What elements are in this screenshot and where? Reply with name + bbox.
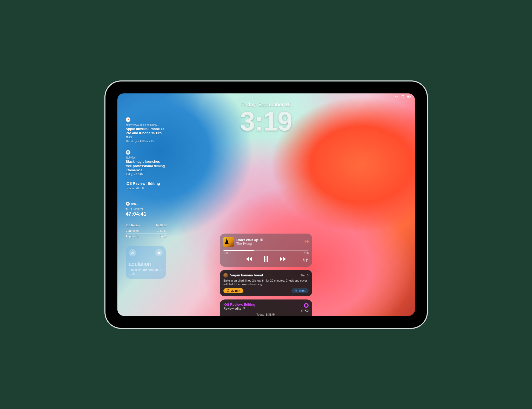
song-title: Don't Wait Up: [236, 238, 258, 242]
datetime: Friday, September 15 3:19: [240, 102, 292, 135]
news1-url: https://www.apple.com/new...: [126, 124, 167, 126]
left-widget-column: https://www.apple.com/new... Apple unvei…: [126, 117, 167, 279]
explicit-badge: E: [260, 238, 263, 241]
recipe-timer-button[interactable]: 20 min: [223, 288, 243, 293]
svg-rect-8: [306, 241, 307, 242]
news1-source: The Verge - All Posts, Dr...: [126, 140, 167, 143]
timery-elapsed: 0:52: [301, 309, 309, 313]
news2-title: Blackmagic launches free professional fi…: [126, 160, 167, 172]
flame-icon: [126, 117, 130, 122]
timery-sub: Review edits: [223, 307, 241, 310]
timery-widget[interactable]: iOS Review: Editing Review edits 0:52 To…: [220, 299, 312, 316]
task-sub: Review edits: [126, 187, 141, 190]
rewind-button[interactable]: [246, 256, 253, 263]
headphones-icon: [401, 95, 405, 99]
lock-time: 3:19: [240, 108, 292, 135]
recipe-step: Step 3: [300, 274, 309, 277]
table-row: Connected1:31:57: [126, 228, 167, 234]
shuffle-icon[interactable]: [129, 249, 136, 256]
svg-rect-2: [410, 96, 411, 97]
table-row: AppStories54:11: [126, 234, 167, 239]
timer-current: 0:53: [131, 202, 138, 206]
news2-source: 9to5Mac: [126, 156, 167, 159]
timery-title: iOS Review: Editing: [223, 303, 309, 306]
clock-icon: [126, 150, 130, 155]
row-time: 44:18:17: [156, 224, 167, 227]
airpods-icon[interactable]: [302, 258, 308, 263]
svg-rect-1: [407, 96, 409, 97]
news1-title: Apple unveils iPhone 15 Pro and iPhone 1…: [126, 127, 167, 140]
word-definition: excessive admiration or praise: [129, 268, 163, 276]
timery-ring-icon[interactable]: [304, 303, 309, 308]
status-bar: [395, 95, 411, 99]
progress-fill: [223, 250, 254, 251]
news-widget-2[interactable]: 9to5Mac Blackmagic launches free profess…: [126, 150, 167, 176]
tag-icon: [243, 306, 246, 310]
recipe-next-label: Next: [299, 289, 305, 292]
audio-visualizer-icon: [304, 240, 309, 244]
word-of-day-widget[interactable]: adulation excessive admiration or praise: [126, 246, 166, 279]
row-name: AppStories: [126, 235, 140, 238]
timery-footer-prefix: Today: [256, 313, 264, 316]
timer-total: 47:04:41: [126, 211, 167, 217]
svg-rect-5: [127, 203, 128, 204]
timer-label: THIS MONTH: [126, 208, 167, 211]
album-art[interactable]: [223, 237, 234, 247]
svg-rect-12: [267, 256, 268, 262]
svg-rect-11: [264, 256, 265, 262]
recipe-next-button[interactable]: Next: [291, 288, 309, 293]
table-row: iOS Review44:18:17: [126, 223, 167, 228]
time-table-widget[interactable]: iOS Review44:18:17 Connected1:31:57 AppS…: [126, 223, 167, 239]
task-widget[interactable]: iOS Review: Editing Review edits: [126, 181, 167, 190]
progress-bar[interactable]: 1:10−2:06: [223, 250, 309, 255]
time-tracking-widget[interactable]: 0:53 THIS MONTH 47:04:41: [126, 202, 167, 217]
lock-screen[interactable]: Friday, September 15 3:19 https://www.ap…: [117, 93, 415, 316]
timery-footer: Today 1:38:54: [223, 313, 309, 316]
wifi-icon: [395, 95, 399, 99]
row-time: 54:11: [159, 235, 167, 238]
row-name: Connected: [126, 229, 139, 232]
svg-rect-10: [308, 241, 309, 242]
heart-icon[interactable]: [155, 249, 163, 256]
row-time: 1:31:57: [157, 229, 167, 232]
forward-button[interactable]: [279, 256, 286, 263]
pause-button[interactable]: [262, 256, 270, 263]
recipe-timer-label: 20 min: [231, 289, 240, 292]
tag-icon: [141, 187, 144, 190]
recipe-widget[interactable]: Vegan banana bread Step 3 Bake in an oil…: [220, 270, 312, 297]
recipe-text: Bake in an oiled, lined 2lb loaf tin for…: [223, 279, 309, 286]
svg-rect-9: [307, 240, 308, 243]
time-elapsed: 1:10: [223, 252, 228, 255]
stop-icon[interactable]: [126, 202, 130, 207]
battery-icon: [407, 95, 411, 99]
center-stack: Don't Wait UpE The Twang 1:10−2:06: [220, 234, 312, 316]
news2-time: Today, 2:17 AM: [126, 173, 167, 176]
svg-rect-7: [305, 240, 305, 243]
recipe-name: Vegan banana bread: [230, 273, 263, 277]
task-title: iOS Review: Editing: [126, 181, 167, 186]
ipad-frame: Friday, September 15 3:19 https://www.ap…: [105, 81, 427, 328]
bezel: Friday, September 15 3:19 https://www.ap…: [110, 86, 423, 324]
word: adulation: [129, 261, 163, 267]
row-name: iOS Review: [126, 224, 141, 227]
song-artist: The Twang: [236, 242, 263, 246]
recipe-avatar: [223, 273, 228, 278]
time-remaining: −2:06: [302, 252, 309, 255]
timery-footer-time: 1:38:54: [266, 313, 276, 316]
music-player-widget[interactable]: Don't Wait UpE The Twang 1:10−2:06: [220, 234, 312, 267]
news-widget-1[interactable]: https://www.apple.com/new... Apple unvei…: [126, 117, 167, 143]
svg-rect-6: [304, 241, 304, 242]
